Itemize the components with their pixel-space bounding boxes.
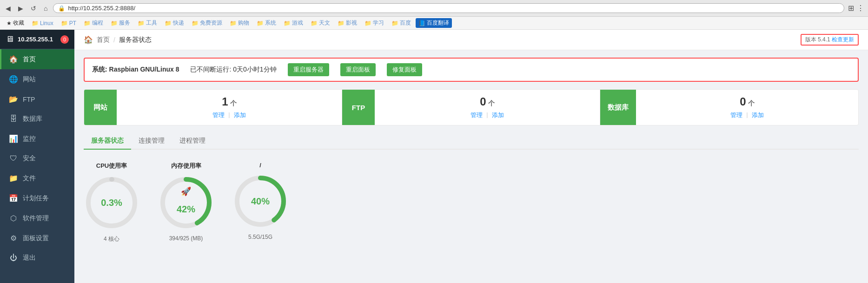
sidebar-item-database[interactable]: 🗄 数据库 [0, 109, 74, 129]
rocket-icon: 🚀 [181, 186, 191, 197]
bookmark-express[interactable]: 📁 快递 [162, 18, 187, 28]
breadcrumb-home-icon: 🏠 [84, 35, 93, 44]
bookmarks-bar: ★ 收藏 📁 Linux 📁 PT 📁 编程 📁 服务 📁 工具 📁 快递 📁 … [0, 17, 868, 30]
memory-gauge-container: 🚀 42% [158, 175, 214, 230]
cpu-gauge-label: CPU使用率 [96, 162, 127, 170]
sidebar-item-panel-settings[interactable]: ⚙ 面板设置 [0, 228, 74, 248]
secure-icon: 🔒 [58, 5, 65, 12]
sidebar-item-logout-label: 退出 [23, 254, 36, 262]
bookmark-tools[interactable]: 📁 工具 [135, 18, 160, 28]
sidebar-item-logout[interactable]: ⏻ 退出 [0, 248, 74, 268]
sidebar-item-website[interactable]: 🌐 网站 [0, 69, 74, 89]
breadcrumb-separator: / [113, 36, 115, 44]
database-add-link[interactable]: 添加 [752, 111, 764, 119]
sidebar-header: 🖥 10.255.255.1 0 [0, 30, 74, 49]
memory-gauge-svg [158, 175, 214, 230]
home-icon: 🏠 [9, 55, 18, 64]
sidebar-item-database-label: 数据库 [23, 115, 42, 123]
database-manage-link[interactable]: 管理 [730, 111, 742, 119]
bookmark-baidu[interactable]: 📁 百度 [389, 18, 414, 28]
disk-gauge-sub: 5.5G/15G [248, 234, 272, 240]
sidebar-item-home-label: 首页 [23, 55, 36, 64]
bookmark-video[interactable]: 📁 影视 [335, 18, 360, 28]
disk-gauge-container: 40% [232, 173, 288, 229]
disk-gauge-label: / [259, 162, 261, 169]
app-layout: 🖥 10.255.255.1 0 🏠 首页 🌐 网站 📂 FTP 🗄 数据库 [0, 30, 868, 283]
logout-icon: ⏻ [9, 254, 18, 262]
breadcrumb: 🏠 首页 / 服务器状态 [84, 35, 152, 44]
stat-count-database: 0 个 [740, 95, 754, 108]
bookmark-shopping[interactable]: 📁 购物 [227, 18, 252, 28]
tab-server-status[interactable]: 服务器状态 [84, 133, 131, 150]
version-label: 版本 5.4.1 [805, 36, 830, 43]
ftp-manage-link[interactable]: 管理 [470, 111, 483, 119]
uptime-text: 已不间断运行: 0天0小时1分钟 [190, 66, 276, 74]
sidebar-badge: 0 [60, 35, 69, 44]
extensions-button[interactable]: ⊞ [848, 4, 854, 13]
disk-gauge: / 40% 5.5G/15G [232, 162, 288, 240]
bookmark-service[interactable]: 📁 服务 [108, 18, 133, 28]
tab-connection-mgmt[interactable]: 连接管理 [131, 133, 172, 150]
software-icon: ⬡ [9, 214, 18, 223]
stat-count-website: 1 个 [222, 95, 236, 108]
refresh-button[interactable]: ↺ [29, 4, 38, 13]
bookmark-star[interactable]: ★ 收藏 [4, 18, 27, 28]
cpu-gauge-value: 0.3% [101, 197, 122, 208]
stat-card-database: 数据库 0 个 管理 | 添加 [600, 90, 858, 125]
chart-icon: 📊 [9, 134, 18, 143]
cpu-gauge-sub: 4 核心 [104, 235, 119, 243]
sidebar-item-website-label: 网站 [23, 75, 36, 84]
disk-gauge-value: 40% [251, 196, 270, 207]
tab-process-mgmt[interactable]: 进程管理 [172, 133, 213, 150]
cpu-gauge: CPU使用率 0.3% 4 核心 [84, 162, 139, 243]
restart-panel-button[interactable]: 重启面板 [340, 63, 376, 76]
check-update-link[interactable]: 检查更新 [832, 36, 854, 43]
stat-card-website: 网站 1 个 管理 | 添加 [84, 90, 342, 125]
bookmark-study[interactable]: 📁 学习 [362, 18, 387, 28]
bookmark-astronomy[interactable]: 📁 天文 [308, 18, 333, 28]
website-add-link[interactable]: 添加 [234, 111, 246, 119]
home-button[interactable]: ⌂ [42, 4, 49, 13]
browser-bar: ◀ ▶ ↺ ⌂ 🔒 http://10.255.255.2:8888/ ⊞ ⋮ [0, 0, 868, 17]
breadcrumb-current: 服务器状态 [119, 36, 152, 44]
stat-count-ftp: 0 个 [480, 95, 494, 108]
system-name: 系统: Raspbian GNU/Linux 8 [92, 66, 179, 74]
sidebar-nav: 🏠 首页 🌐 网站 📂 FTP 🗄 数据库 📊 监控 🛡 安全 [0, 49, 74, 283]
system-info-bar: 系统: Raspbian GNU/Linux 8 已不间断运行: 0天0小时1分… [84, 58, 859, 82]
sidebar-item-monitor-label: 监控 [23, 135, 36, 143]
bookmark-games[interactable]: 📁 游戏 [281, 18, 306, 28]
bookmark-free[interactable]: 📁 免费资源 [189, 18, 225, 28]
sidebar-item-panel-settings-label: 面板设置 [23, 234, 49, 243]
bookmark-linux[interactable]: 📁 Linux [29, 19, 56, 27]
back-button[interactable]: ◀ [4, 4, 13, 13]
sidebar-item-software[interactable]: ⬡ 软件管理 [0, 208, 74, 228]
forward-button[interactable]: ▶ [16, 4, 25, 13]
bookmark-system[interactable]: 📁 系统 [254, 18, 279, 28]
sidebar-item-home[interactable]: 🏠 首页 [0, 49, 74, 69]
sidebar-item-cron-label: 计划任务 [23, 194, 49, 203]
sidebar-item-files[interactable]: 📁 文件 [0, 168, 74, 188]
sidebar-item-security-label: 安全 [23, 154, 36, 163]
sidebar-item-cron[interactable]: 📅 计划任务 [0, 188, 74, 208]
url-text: http://10.255.255.2:8888/ [68, 5, 135, 12]
globe-icon: 🌐 [9, 75, 18, 84]
stat-card-ftp: FTP 0 个 管理 | 添加 [342, 90, 600, 125]
bookmark-pt[interactable]: 📁 PT [58, 19, 79, 27]
website-manage-link[interactable]: 管理 [212, 111, 225, 119]
sidebar-item-ftp[interactable]: 📂 FTP [0, 89, 74, 109]
ftp-add-link[interactable]: 添加 [492, 111, 504, 119]
url-bar[interactable]: 🔒 http://10.255.255.2:8888/ [53, 3, 844, 13]
bookmark-translate[interactable]: 📘 百度翻译 [416, 18, 452, 28]
folder-icon: 📂 [9, 95, 18, 104]
sidebar-item-monitor[interactable]: 📊 监控 [0, 129, 74, 149]
sidebar-item-security[interactable]: 🛡 安全 [0, 149, 74, 168]
menu-button[interactable]: ⋮ [857, 4, 864, 13]
bookmark-programming[interactable]: 📁 编程 [81, 18, 106, 28]
memory-gauge-value: 42% [177, 204, 195, 215]
restart-server-button[interactable]: 重启服务器 [288, 63, 329, 76]
repair-panel-button[interactable]: 修复面板 [387, 63, 422, 76]
stat-info-ftp: 0 个 管理 | 添加 [375, 90, 600, 125]
calendar-icon: 📅 [9, 194, 18, 203]
version-info: 版本 5.4.1 检查更新 [801, 34, 859, 46]
stats-grid: 网站 1 个 管理 | 添加 FTP [84, 89, 859, 125]
